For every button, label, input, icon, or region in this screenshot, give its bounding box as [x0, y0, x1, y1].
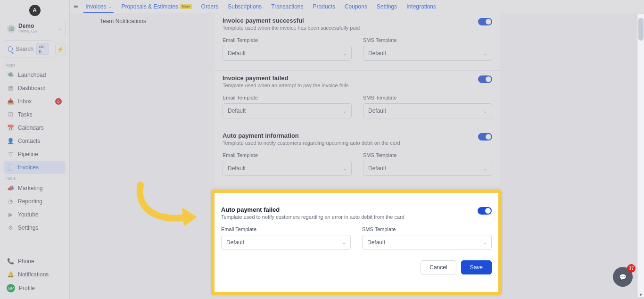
- sidebar-item-profile[interactable]: GPProfile: [4, 281, 66, 295]
- chat-launcher[interactable]: 💬 37: [613, 267, 633, 287]
- email-template-select[interactable]: Default⌄: [223, 46, 352, 61]
- tab-settings[interactable]: Settings: [372, 1, 402, 12]
- email-template-label: Email Template: [223, 152, 352, 158]
- sidebar-item-dashboard[interactable]: ▦Dashboard: [4, 82, 66, 95]
- sidebar-item-calendars[interactable]: 📅Calendars: [4, 121, 66, 134]
- sidebar-item-reporting[interactable]: ◔Reporting: [4, 195, 66, 208]
- sidebar-item-phone[interactable]: 📞Phone: [4, 255, 66, 268]
- chevron-down-icon: ⌄: [483, 108, 487, 114]
- sidebar-item-invoices[interactable]: 🧾Invoices: [4, 161, 66, 174]
- select-value: Default: [367, 239, 385, 246]
- tab-subscriptions[interactable]: Subscriptions: [223, 1, 266, 12]
- sms-template-label: SMS Template: [363, 37, 492, 43]
- sidebar-item-settings[interactable]: ⚙Settings: [4, 221, 66, 234]
- account-info: Demo Irvine, CA: [18, 23, 56, 34]
- chevron-down-icon: ⌄: [343, 51, 347, 56]
- user-icon: 👤: [7, 137, 14, 145]
- search-button[interactable]: Search ctrl K: [4, 40, 53, 58]
- chevron-down-icon: ⌄: [343, 108, 347, 114]
- section-desc: Template used to notify customers regard…: [221, 214, 478, 220]
- tab-proposals[interactable]: Proposals & EstimatesNew: [116, 1, 196, 12]
- tab-label: Transactions: [271, 3, 303, 10]
- nav-label: Youtube: [18, 211, 39, 218]
- sidebar-item-notifications[interactable]: 🔔Notifications: [4, 268, 66, 281]
- nav-label: Profile: [19, 285, 35, 291]
- quick-action-button[interactable]: ⚡: [55, 43, 66, 55]
- new-badge: New: [180, 4, 191, 9]
- email-template-label: Email Template: [223, 37, 352, 43]
- sidebar-item-pipeline[interactable]: ▽Pipeline: [4, 148, 66, 161]
- scroll-down-button[interactable]: ▼: [637, 291, 644, 298]
- sidebar-item-contacts[interactable]: 👤Contacts: [4, 134, 66, 148]
- sidebar-item-tasks[interactable]: ☑Tasks: [4, 108, 66, 121]
- sub-item-team-notifications[interactable]: Team Notifications: [74, 13, 204, 29]
- tab-label: Coupons: [345, 3, 367, 10]
- tab-invoices[interactable]: Invoices⌄: [81, 1, 116, 12]
- tab-products[interactable]: Products: [308, 1, 340, 12]
- email-template-label: Email Template: [221, 226, 351, 232]
- email-template-select[interactable]: Default⌄: [223, 103, 352, 118]
- sidebar-item-launchpad[interactable]: 🛸Launchpad: [4, 68, 66, 82]
- app-logo: A: [4, 4, 66, 17]
- top-tab-bar: ≡ Invoices⌄ Proposals & EstimatesNew Ord…: [70, 0, 644, 13]
- tab-transactions[interactable]: Transactions: [266, 1, 308, 12]
- chevron-down-icon: ⌄: [483, 240, 487, 245]
- toggle-switch[interactable]: [478, 207, 492, 215]
- email-template-select[interactable]: Default⌄: [223, 161, 352, 176]
- tab-label: Invoices: [85, 3, 106, 10]
- toggle-switch[interactable]: [478, 75, 492, 83]
- save-button[interactable]: Save: [461, 260, 492, 274]
- toggle-switch[interactable]: [478, 133, 492, 141]
- check-icon: ☑: [7, 111, 14, 118]
- sidebar-item-youtube[interactable]: ▶Youtube: [4, 208, 66, 221]
- sms-template-label: SMS Template: [363, 95, 492, 100]
- nav-label: Pipeline: [18, 151, 38, 158]
- section-payment-failed: Invoice payment failed Template used whe…: [215, 71, 500, 128]
- email-template-label: Email Template: [223, 95, 352, 100]
- nav-label: Marketing: [18, 185, 43, 191]
- sidebar-item-marketing[interactable]: 📣Marketing: [4, 182, 66, 195]
- section-payment-successful: Invoice payment successful Template used…: [215, 13, 500, 71]
- account-switcher[interactable]: 🏢 Demo Irvine, CA ⌄: [4, 20, 66, 37]
- sms-template-select[interactable]: Default⌄: [363, 46, 492, 61]
- nav-label: Launchpad: [18, 72, 46, 78]
- chevron-down-icon: ⌄: [483, 166, 487, 171]
- nav-label: Reporting: [18, 198, 42, 205]
- section-tools-label: Tools: [4, 174, 66, 182]
- account-location: Irvine, CA: [18, 29, 56, 34]
- tab-integrations[interactable]: Integrations: [402, 1, 441, 12]
- tab-coupons[interactable]: Coupons: [340, 1, 372, 12]
- toggle-switch[interactable]: [478, 18, 492, 25]
- sms-template-select[interactable]: Default⌄: [363, 161, 492, 176]
- chevron-down-icon: ⌄: [343, 166, 347, 171]
- nav-label: Tasks: [18, 111, 33, 118]
- section-title: Invoice payment failed: [223, 75, 478, 82]
- nav-label: Calendars: [18, 125, 44, 131]
- select-value: Default: [368, 165, 386, 172]
- phone-icon: 📞: [7, 257, 14, 265]
- nav-label: Notifications: [18, 271, 49, 278]
- sms-template-select[interactable]: Default⌄: [363, 103, 492, 118]
- sms-template-select[interactable]: Default⌄: [362, 235, 492, 250]
- email-template-select[interactable]: Default⌄: [221, 235, 351, 250]
- cancel-button[interactable]: Cancel: [421, 260, 456, 274]
- scrollbar-track[interactable]: [637, 14, 644, 297]
- tab-label: Proposals & Estimates: [121, 3, 178, 10]
- avatar: GP: [7, 284, 15, 292]
- logo-icon: A: [29, 5, 41, 16]
- select-value: Default: [226, 239, 244, 246]
- gear-icon: ⚙: [7, 224, 14, 232]
- sms-template-label: SMS Template: [362, 226, 492, 232]
- sidebar-item-inbox[interactable]: 📥Inbox0: [4, 95, 66, 108]
- settings-subpanel: Team Notifications: [74, 13, 204, 29]
- scrollbar-thumb[interactable]: [638, 18, 644, 41]
- chart-icon: ◔: [7, 198, 14, 205]
- chat-badge: 37: [627, 264, 636, 273]
- chat-icon: 💬: [619, 274, 627, 281]
- select-value: Default: [368, 108, 386, 114]
- nav-label: Invoices: [18, 164, 39, 171]
- inbox-badge: 0: [55, 98, 62, 105]
- building-icon: 🏢: [7, 25, 16, 33]
- menu-icon[interactable]: ≡: [74, 2, 78, 11]
- tab-orders[interactable]: Orders: [197, 1, 223, 12]
